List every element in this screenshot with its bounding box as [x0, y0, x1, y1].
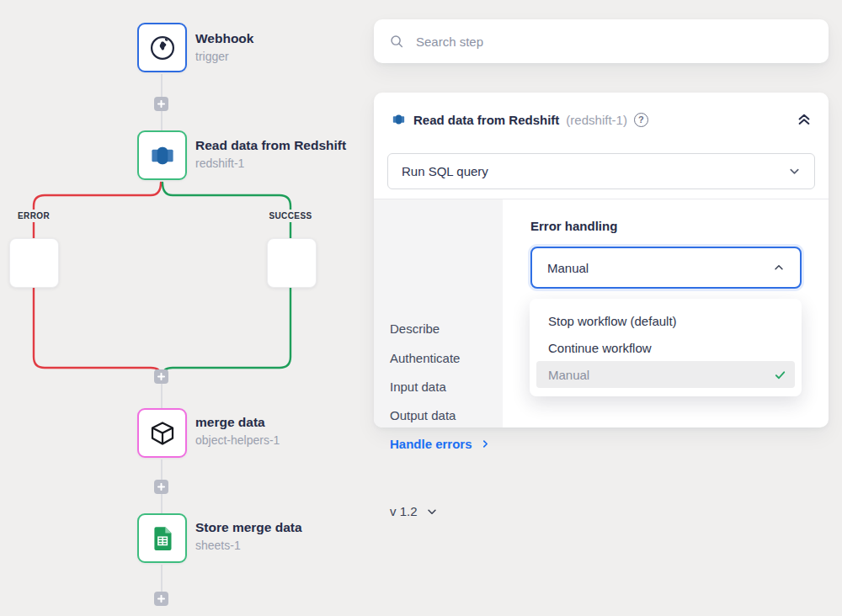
workflow-builder: ERROR SUCCESS Webhook trigger Read data …: [0, 0, 842, 616]
success-branch-placeholder[interactable]: [267, 238, 317, 288]
version-selector[interactable]: v 1.2: [390, 504, 438, 518]
collapse-panel-button[interactable]: [797, 112, 812, 127]
search-icon: [389, 34, 404, 49]
step-config-panel: Read data from Redshift (redshift-1) ? R…: [374, 93, 829, 427]
error-handling-value: Manual: [547, 261, 589, 275]
chevron-down-icon: [426, 506, 438, 518]
plus-icon: [157, 373, 165, 380]
google-sheets-icon: [147, 523, 178, 554]
node-subtitle: redshift-1: [195, 157, 244, 170]
search-input[interactable]: [416, 35, 813, 49]
node-subtitle: sheets-1: [195, 539, 241, 552]
node-webhook[interactable]: [137, 23, 187, 72]
error-handling-label: Error handling: [530, 219, 617, 233]
plus-icon: [157, 100, 165, 108]
node-store-merge-data[interactable]: [137, 513, 187, 563]
node-subtitle: trigger: [195, 50, 229, 63]
error-branch-label: ERROR: [10, 210, 57, 222]
node-merge-data[interactable]: [137, 408, 187, 458]
tab-handle-errors[interactable]: Handle errors: [390, 437, 490, 451]
panel-step-id: (redshift-1): [566, 113, 627, 127]
option-stop-workflow[interactable]: Stop workflow (default): [536, 307, 795, 334]
node-title: merge data: [195, 415, 265, 430]
node-title: Webhook: [195, 31, 253, 46]
double-chevron-up-icon: [797, 112, 812, 127]
redshift-icon: [147, 141, 178, 171]
tab-input-data[interactable]: Input data: [390, 380, 446, 394]
add-step-button[interactable]: [154, 480, 168, 494]
node-title: Store merge data: [195, 520, 302, 535]
version-label: v 1.2: [390, 504, 418, 518]
chevron-down-icon: [788, 165, 801, 178]
redshift-icon: [391, 111, 407, 128]
cube-icon: [147, 418, 178, 449]
plus-icon: [157, 483, 165, 491]
plus-icon: [157, 595, 165, 603]
add-step-button[interactable]: [154, 97, 168, 111]
tab-describe[interactable]: Describe: [390, 321, 440, 336]
option-continue-workflow[interactable]: Continue workflow: [536, 334, 795, 361]
check-icon: [774, 369, 786, 381]
add-step-button[interactable]: [154, 592, 168, 606]
add-step-button[interactable]: [154, 369, 168, 384]
node-subtitle: object-helpers-1: [195, 433, 280, 447]
chevron-right-icon: [481, 439, 490, 449]
operation-value: Run SQL query: [402, 164, 488, 178]
chevron-up-icon: [773, 262, 785, 273]
globe-icon: [147, 33, 178, 63]
node-title: Read data from Redshift: [195, 138, 346, 153]
search-step-bar: [374, 19, 829, 63]
operation-select[interactable]: Run SQL query: [387, 153, 815, 189]
tab-output-data[interactable]: Output data: [390, 408, 456, 422]
success-branch-label: SUCCESS: [267, 210, 314, 222]
error-handling-dropdown: Stop workflow (default) Continue workflo…: [530, 299, 802, 396]
tab-authenticate[interactable]: Authenticate: [390, 351, 460, 365]
error-handling-select[interactable]: Manual: [530, 247, 802, 289]
help-icon[interactable]: ?: [634, 113, 648, 127]
panel-sidebar: Describe Authenticate Input data Output …: [374, 199, 503, 427]
panel-header: Read data from Redshift (redshift-1) ?: [391, 109, 812, 130]
option-manual[interactable]: Manual: [536, 361, 795, 388]
panel-title: Read data from Redshift: [413, 113, 559, 127]
node-redshift[interactable]: [137, 130, 187, 180]
error-branch-placeholder[interactable]: [9, 238, 59, 288]
